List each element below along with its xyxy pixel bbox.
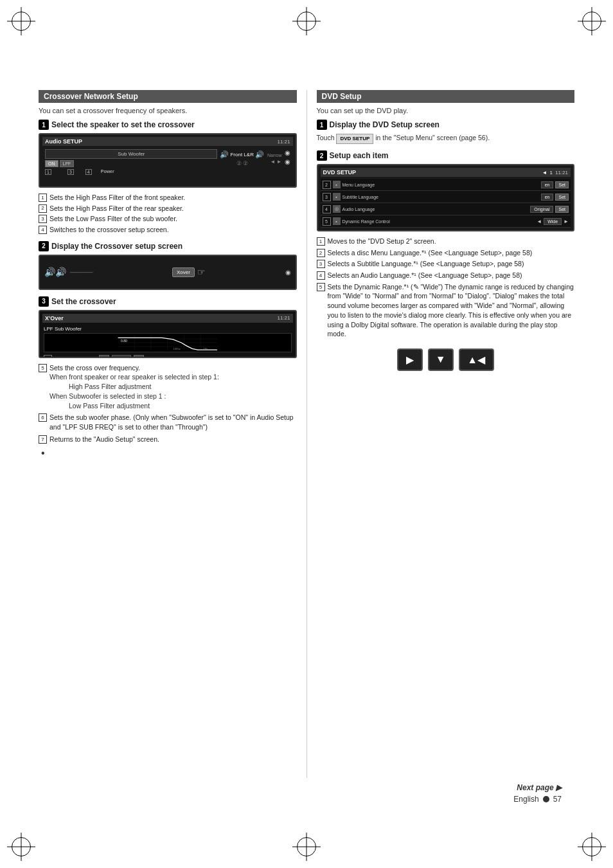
xover-screen-title: X'Over [45,315,64,321]
crossover-section: Crossover Network Setup You can set a cr… [39,90,307,778]
crossover-step2-header: 2 Display the Crossover setup screen [39,241,297,251]
dvd-step1-note: Touch DVD SETUP in the "Setup Menu" scre… [317,133,575,144]
dvd-row-menu-lang: 2 ▪ Menu Language en Set [321,179,571,191]
crossover-step3-label: Set the crossover [51,297,116,306]
dvd-section: DVD Setup You can set up the DVD play. 1… [307,90,575,778]
svg-text:16k: 16k [203,347,208,350]
eq-curve: 0.80 100hz 16k [44,333,292,352]
dvd-step1-label: Display the DVD Setup screen [330,120,440,129]
dvd-screen-title: DVD SETUP [323,169,357,176]
xover-btn[interactable]: Xover [172,267,195,277]
dvd-setup-button[interactable]: DVD SETUP [336,134,373,144]
crossover-step1-header: 1 Select the speaker to set the crossove… [39,120,297,130]
audio-lang-set-btn[interactable]: Set [555,206,569,213]
list-num-7: 7 [39,435,47,444]
menu-lang-set-btn[interactable]: Set [555,181,569,188]
sub-woofer-label: Sub Woofer [45,149,217,159]
num-label-3: ② [243,160,248,167]
page-dot [543,796,549,802]
right-icon1: ◉ [285,149,290,156]
disc-icon: ▪ [333,181,341,188]
dvd-row-dynamic-range: 5 ▪ Dynamic Range Control ◄ Wide ► [321,215,571,228]
crossover-step3-header: 3 Set the crossover [39,296,297,307]
audio-setup-screen: Audio SETUP 11:21 Sub Woofer ON LPF [39,133,297,188]
dvd-step2-header: 2 Setup each item [317,150,575,161]
svg-text:0.80: 0.80 [121,339,127,343]
xover-screen-time: 11:21 [277,315,290,321]
setting-value-freq: 60Hz [112,355,131,358]
bullet-point: • [41,448,297,459]
screen-title: Audio SETUP [45,138,82,145]
dvd-list-num-4: 4 [317,271,325,280]
touch-indicator: ☞ [197,267,206,277]
dvd-step2-num: 2 [317,150,327,161]
up-prev-btn[interactable]: ▲◀ [459,348,494,371]
reg-mark-br [582,837,601,856]
dvd-step1-num: 1 [317,120,327,130]
list-item-1: 1 Sets the High Pass Filter of the front… [39,193,297,203]
freq-arrow-right[interactable]: ► [134,355,144,358]
dvd-intro: You can set up the DVD play. [317,107,575,114]
crossover-step3: 3 Set the crossover X'Over 11:21 LPF Sub… [39,296,297,460]
dvd-step1-header: 1 Display the DVD Setup screen [317,120,575,130]
subtitle-icon: ▪ [333,193,341,201]
step1-num: 1 [39,120,49,130]
dvd-step2: 2 Setup each item DVD SETUP ◄ 1 11:21 2 [317,150,575,371]
range-arrow-left[interactable]: ◄ [537,219,542,224]
reg-mark-bottom [297,837,316,856]
right-speaker-icon: ◉ [285,269,291,276]
setting-num-5: 5 [44,355,52,358]
dvd-setup-screen: DVD SETUP ◄ 1 11:21 2 ▪ Menu Language en… [317,164,575,231]
on-off-btns: ON LPF [45,160,217,167]
dvd-screen-header: DVD SETUP ◄ 1 11:21 [321,168,571,177]
num-1: 1 [45,169,51,175]
dvd-list-num-3: 3 [317,260,325,268]
svg-text:100hz: 100hz [173,347,181,350]
setting-label-freq: LPF SUB FREQ [55,356,96,358]
narrow-label: Narrow [267,153,282,158]
num-4-sel: 4 [85,169,92,175]
speaker-icon-step2: 🔊🔊 [44,267,66,277]
dvd-rows-container: 2 ▪ Menu Language en Set 3 ▪ Subtitle La… [321,179,571,228]
speaker-icon-fr: 🔊 [255,150,264,159]
range-icon: ▪ [333,217,341,225]
screen-time: 11:21 [277,139,290,145]
reg-mark-tr [582,12,601,31]
crossover-step1: 1 Select the speaker to set the crossove… [39,120,297,235]
page-number: 57 [553,795,562,804]
next-page-label: Next page ▶ [513,783,562,792]
reg-mark-tl [12,12,31,31]
freq-arrow-left[interactable]: ◄ [99,355,109,358]
lpf-btn[interactable]: LPF [60,160,75,167]
crossover-step3-desc: 5 Sets the cross over frequency. When fr… [39,363,297,460]
dvd-section-header: DVD Setup [317,90,575,103]
reg-mark-top [297,12,316,31]
dvd-step1: 1 Display the DVD Setup screen Touch DVD… [317,120,575,144]
xover-screen-header: X'Over 11:21 [42,314,293,323]
front-label: Front L&R [230,152,253,158]
nav-buttons: ▶ ▼ ▲◀ [317,348,575,371]
num-3: 3 [67,169,74,175]
page-info: English 57 [513,795,562,804]
narrow-area: Narrow ◄ ► [267,153,282,165]
power-label: Power [101,169,114,175]
step3-num: 3 [39,296,49,307]
language-label: English [513,795,538,804]
num-label-2: ② [236,160,242,167]
on-btn[interactable]: ON [45,160,58,167]
dvd-title: DVD Setup [322,92,362,101]
down-btn[interactable]: ▼ [428,348,454,371]
crossover-step1-label: Select the speaker to set the crossover [51,120,195,129]
dvd-step2-label: Setup each item [330,151,389,160]
play-btn[interactable]: ▶ [397,348,423,371]
right-icon2: ◉ [285,158,290,165]
audio-icon: ◎ [333,205,341,213]
range-arrow-right[interactable]: ► [564,219,569,224]
xover-content: LPF Sub Woofer [42,325,293,358]
list-num-5: 5 [39,364,47,372]
crossover-step1-list: 1 Sets the High Pass Filter of the front… [39,193,297,235]
list-item-3: 3 Sets the Low Pass Filter of the sub wo… [39,214,297,224]
dvd-step2-desc: 1 Moves to the "DVD Setup 2" screen. 2 S… [317,237,575,339]
reg-mark-bl [12,837,31,856]
subtitle-lang-set-btn[interactable]: Set [555,194,569,201]
